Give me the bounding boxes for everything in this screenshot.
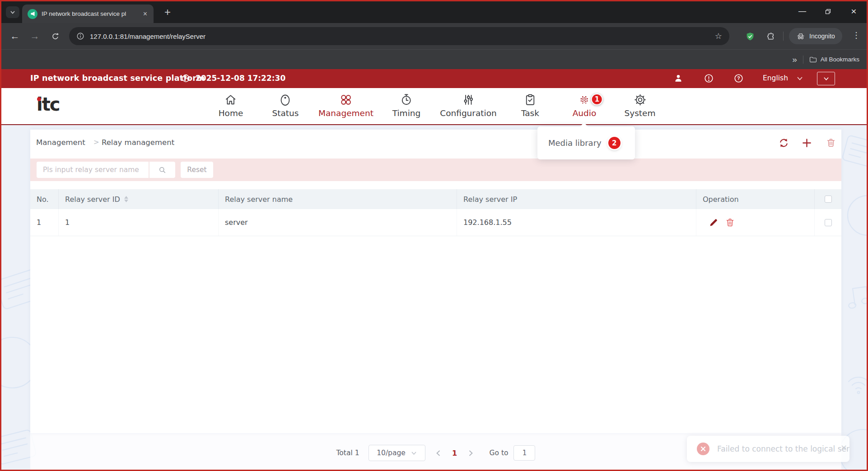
nav-label: Home (219, 108, 243, 118)
menu-item-media-library[interactable]: Media library (548, 138, 602, 148)
main-navigation: itc Home Status Management Timing (1, 88, 867, 125)
browser-window: IP network broadcast service pl × + — × … (0, 0, 868, 471)
sort-asc-icon[interactable] (124, 196, 128, 199)
refresh-button[interactable] (778, 137, 789, 149)
column-label: Relay server ID (65, 195, 120, 204)
nav-label: Status (272, 108, 299, 118)
search-icon (158, 166, 167, 174)
media-library-badge: 2 (608, 137, 621, 149)
help-icon[interactable]: ? (733, 73, 744, 84)
next-page-button[interactable] (464, 450, 478, 457)
page-size-select[interactable]: 10/page (369, 445, 425, 461)
app-header: IP network broadcast service platform 20… (1, 69, 867, 88)
nav-label: Task (521, 108, 539, 118)
breadcrumb: Management > Relay management (30, 130, 841, 159)
goto-page-label: Go to (490, 449, 509, 457)
row-relay-server-ip: 192.168.1.55 (457, 209, 696, 236)
nav-item-home[interactable]: Home (219, 93, 243, 118)
nav-item-system[interactable]: System (625, 93, 656, 118)
collapse-header-button[interactable] (817, 72, 835, 85)
column-header-select (814, 189, 841, 209)
chevron-right-icon (468, 450, 473, 457)
row-no: 1 (30, 209, 58, 236)
row-select (814, 209, 841, 236)
nav-label: System (625, 108, 656, 118)
nav-item-task[interactable]: Task (521, 93, 539, 118)
timing-icon (392, 93, 421, 107)
language-selector[interactable]: English (763, 74, 788, 82)
error-toast: Failed to connect to the logical server … (687, 436, 849, 462)
add-relay-server-button[interactable] (801, 137, 812, 149)
system-datetime: 2025-12-08 17:22:30 (196, 74, 285, 83)
row-checkbox[interactable] (825, 219, 832, 226)
configuration-icon (440, 93, 496, 107)
nav-label: Timing (392, 108, 421, 118)
column-header-relay-server-id: Relay server ID (58, 189, 218, 209)
management-icon (318, 93, 373, 107)
system-gear-icon (625, 93, 656, 107)
table-row: 1 1 server 192.168.1.55 (30, 209, 841, 236)
clock-icon (181, 74, 191, 83)
nav-item-timing[interactable]: Timing (392, 93, 421, 118)
nav-label: Management (318, 108, 373, 118)
row-relay-server-id: 1 (58, 209, 218, 236)
prev-page-button[interactable] (432, 450, 445, 457)
audio-notification-badge: 1 (591, 93, 603, 105)
sort-desc-icon[interactable] (124, 200, 128, 202)
pagination-total: Total 1 (336, 449, 359, 457)
column-header-no: No. (30, 189, 58, 209)
table-header: No. Relay server ID Relay server name Re… (30, 189, 841, 209)
select-caret-icon (411, 451, 417, 455)
select-all-checkbox[interactable] (825, 196, 832, 203)
user-account-icon[interactable] (673, 73, 683, 83)
page-number-current[interactable]: 1 (445, 449, 464, 457)
status-icon (272, 93, 299, 107)
goto-page-input[interactable] (513, 445, 535, 461)
breadcrumb-relay-management: Relay management (102, 138, 174, 147)
row-operations (696, 209, 814, 236)
row-relay-server-name: server (218, 209, 457, 236)
nav-item-audio[interactable]: Audio 1 (573, 93, 597, 118)
page-size-value: 10/page (377, 449, 406, 457)
content-card: Management > Relay management Reset No. (30, 130, 841, 433)
search-bar: Reset (30, 159, 841, 181)
relay-server-table: No. Relay server ID Relay server name Re… (30, 189, 841, 236)
search-button[interactable] (149, 162, 175, 178)
column-header-operation: Operation (696, 189, 814, 209)
sort-control[interactable] (124, 196, 128, 202)
about-info-icon[interactable] (704, 73, 714, 84)
svg-text:?: ? (737, 75, 740, 81)
language-chevron-down-icon[interactable] (796, 76, 803, 81)
edit-button[interactable] (708, 217, 719, 228)
nav-item-management[interactable]: Management (318, 93, 373, 118)
reset-button[interactable]: Reset (181, 162, 213, 178)
relay-server-name-input[interactable] (37, 162, 149, 178)
task-icon (521, 93, 539, 107)
audio-dropdown-menu: Media library 2 (537, 126, 635, 159)
breadcrumb-separator: > (93, 138, 99, 146)
column-header-relay-server-ip: Relay server IP (457, 189, 696, 209)
logo-red-dot (37, 97, 41, 101)
itc-logo: itc (37, 95, 60, 113)
home-icon (219, 93, 243, 107)
nav-label: Audio (573, 108, 597, 118)
nav-label: Configuration (440, 108, 496, 118)
breadcrumb-management[interactable]: Management (36, 138, 85, 147)
chevron-down-icon (823, 76, 830, 81)
toast-message: Failed to connect to the logical server (717, 444, 849, 453)
chevron-left-icon (436, 450, 441, 457)
nav-item-configuration[interactable]: Configuration (440, 93, 496, 118)
error-circle-icon (697, 443, 709, 455)
toast-close-button[interactable]: × (840, 443, 847, 452)
app-title: IP network broadcast service platform (30, 74, 205, 83)
column-header-relay-server-name: Relay server name (218, 189, 457, 209)
delete-button[interactable] (725, 217, 735, 228)
nav-item-status[interactable]: Status (272, 93, 299, 118)
batch-delete-button[interactable] (826, 137, 836, 148)
